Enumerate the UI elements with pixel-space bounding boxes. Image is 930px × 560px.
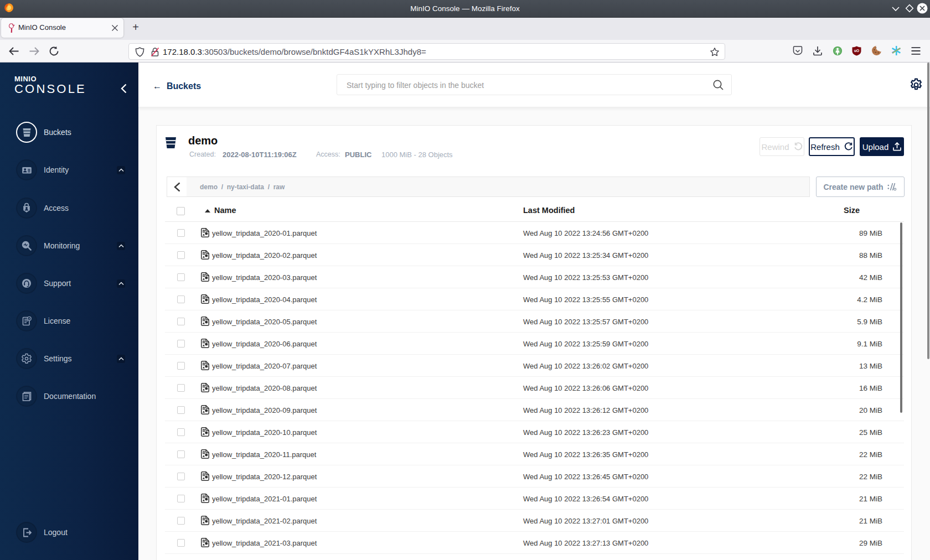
svg-text:uO: uO xyxy=(854,49,859,53)
